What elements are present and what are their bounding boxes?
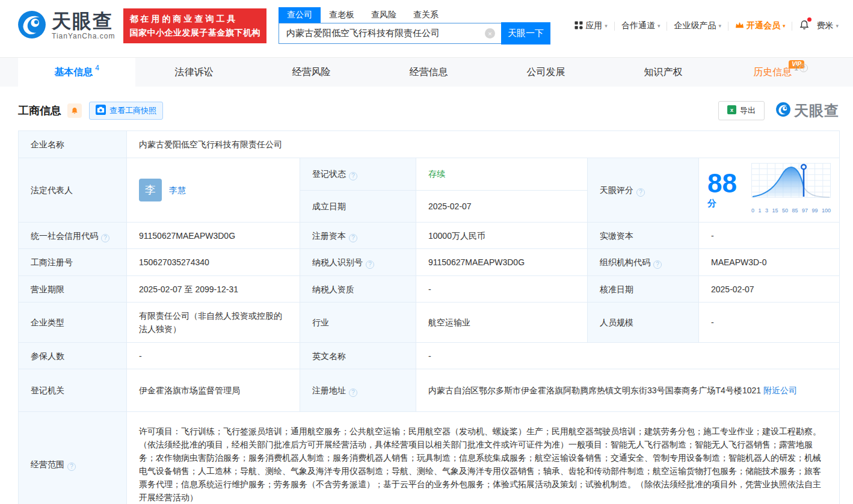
- table-row: 工商注册号 150627035274340 纳税人识别号? 91150627MA…: [19, 249, 840, 276]
- chevron-down-icon: ▾: [718, 23, 721, 29]
- logo-cn-text: 天眼查: [52, 11, 115, 31]
- industry-label: 行业: [300, 303, 416, 343]
- export-button-label: 导出: [740, 105, 756, 116]
- help-icon[interactable]: ?: [636, 188, 645, 197]
- nav-user[interactable]: 费米 ▾: [816, 20, 839, 31]
- insured-count-value: -: [127, 343, 300, 369]
- tab-legal[interactable]: 法律诉讼: [135, 58, 253, 87]
- search-area: 查公司 查老板 查风险 查关系 × 天眼一下: [279, 7, 550, 45]
- help-icon[interactable]: ?: [799, 64, 808, 72]
- company-name-value: 内蒙古爱阳低空飞行科技有限责任公司: [127, 131, 840, 158]
- tianyancha-logo[interactable]: 天眼查 TianYanCha.com: [17, 10, 115, 42]
- nearby-companies-link[interactable]: 附近公司: [763, 386, 797, 395]
- company-type-label: 企业类型: [19, 303, 127, 343]
- export-button[interactable]: x 导出: [718, 101, 765, 120]
- nav-divider: [728, 22, 728, 31]
- english-name-label: 英文名称: [300, 343, 416, 369]
- search-tab-company[interactable]: 查公司: [279, 7, 321, 23]
- nav-partner[interactable]: 合作通道 ▾: [621, 20, 661, 31]
- search-button[interactable]: 天眼一下: [501, 22, 550, 45]
- slogan-line2: 国家中小企业发展子基金旗下机构: [129, 26, 260, 40]
- reg-authority-value: 伊金霍洛旗市场监督管理局: [127, 369, 300, 412]
- logo-en-text: TianYanCha.com: [52, 32, 115, 40]
- tab-basic-info[interactable]: 基本信息 4: [18, 58, 135, 87]
- reg-address-value: 内蒙古自治区鄂尔多斯市伊金霍洛旗阿勒腾席热镇文明东街33号国泰商务广场T4号楼1…: [428, 386, 761, 395]
- help-icon[interactable]: ?: [366, 260, 374, 269]
- search-input[interactable]: [279, 23, 501, 44]
- table-row: 经营范围? 许可项目：飞行训练；飞行签派员培训；通用航空服务；公共航空运输；民用…: [19, 412, 840, 504]
- help-icon[interactable]: ?: [653, 260, 662, 269]
- help-icon[interactable]: ?: [67, 463, 76, 471]
- reg-capital-value: 10000万人民币: [416, 223, 588, 249]
- reg-status-label-text: 登记状态: [312, 169, 346, 179]
- slogan-line1: 都在用的商业查询工具: [129, 12, 260, 26]
- crown-icon: [735, 21, 744, 31]
- search-tab-risk[interactable]: 查风险: [363, 7, 405, 23]
- taxpayer-id-value: 91150627MAEAPW3D0G: [416, 249, 588, 276]
- score-value: 88: [707, 168, 737, 198]
- est-date-value: 2025-02-07: [416, 190, 588, 223]
- nav-divider: [792, 22, 792, 31]
- reg-status-value: 存续: [416, 158, 588, 191]
- company-name-label: 企业名称: [19, 131, 127, 158]
- legal-rep-link[interactable]: 李慧: [169, 183, 186, 197]
- score-label: 天眼评分?: [588, 158, 699, 223]
- tab-risk[interactable]: 经营风险: [253, 58, 370, 87]
- search-tab-boss[interactable]: 查老板: [321, 7, 363, 23]
- nav-open-vip[interactable]: 开通会员 ▾: [735, 20, 786, 31]
- reg-address-label: 注册地址?: [300, 369, 416, 412]
- score-label-text: 天眼评分: [600, 185, 633, 195]
- paid-capital-value: -: [699, 223, 840, 249]
- table-row: 企业名称 内蒙古爱阳低空飞行科技有限责任公司: [19, 131, 840, 158]
- help-icon[interactable]: ?: [349, 172, 357, 180]
- clear-search-icon[interactable]: ×: [485, 28, 495, 38]
- table-row: 统一社会信用代码? 91150627MAEAPW3D0G 注册资本? 10000…: [19, 223, 840, 249]
- excel-icon: x: [727, 105, 736, 116]
- search-type-tabs: 查公司 查老板 查风险 查关系: [279, 7, 550, 23]
- reg-capital-label: 注册资本?: [300, 223, 416, 249]
- chevron-down-icon: ▾: [657, 23, 661, 29]
- org-code-label: 组织机构代码?: [588, 249, 699, 276]
- snapshot-button[interactable]: 查看工商快照: [89, 102, 163, 120]
- monitor-bell-icon[interactable]: [67, 103, 82, 118]
- notification-bell-icon[interactable]: [799, 19, 810, 32]
- company-tabbar: 基本信息 4 法律诉讼 经营风险 经营信息 公司发展 知识产权 VIP 历史信息…: [0, 57, 853, 87]
- score-cell[interactable]: 88分: [699, 158, 840, 223]
- tab-operation-label: 经营信息: [410, 66, 448, 79]
- tab-operation[interactable]: 经营信息: [370, 58, 487, 87]
- business-info-table: 企业名称 内蒙古爱阳低空飞行科技有限责任公司 法定代表人 李 李慧 登记状态? …: [18, 131, 840, 504]
- section-title: 工商信息: [18, 103, 61, 118]
- status-badge: 存续: [428, 169, 445, 179]
- reg-address-cell: 内蒙古自治区鄂尔多斯市伊金霍洛旗阿勒腾席热镇文明东街33号国泰商务广场T4号楼1…: [416, 369, 840, 412]
- staff-size-label: 人员规模: [588, 303, 699, 343]
- score-axis: 0131550859799100: [751, 204, 831, 217]
- nav-open-vip-label: 开通会员: [747, 20, 780, 31]
- legal-rep-cell: 李 李慧: [127, 158, 300, 223]
- search-tab-relation[interactable]: 查关系: [405, 7, 447, 23]
- tab-history-label: 历史信息: [753, 66, 792, 79]
- business-scope-value: 许可项目：飞行训练；飞行签派员培训；通用航空服务；公共航空运输；民用航空器（发动…: [127, 412, 840, 504]
- credit-code-label: 统一社会信用代码?: [19, 223, 127, 249]
- nav-enterprise[interactable]: 企业级产品 ▾: [674, 20, 721, 31]
- tab-ip[interactable]: 知识产权: [605, 58, 722, 87]
- nav-apps[interactable]: 应用 ▾: [574, 20, 608, 31]
- help-icon[interactable]: ?: [101, 234, 109, 242]
- nav-enterprise-label: 企业级产品: [674, 20, 716, 31]
- nav-partner-label: 合作通道: [621, 20, 655, 31]
- help-icon[interactable]: ?: [349, 389, 357, 397]
- tab-risk-label: 经营风险: [292, 66, 331, 79]
- reg-number-label: 工商注册号: [19, 249, 127, 276]
- tab-history[interactable]: VIP 历史信息 1 ?: [722, 58, 839, 87]
- table-row: 企业类型 有限责任公司（非自然人投资或控股的法人独资） 行业 航空运输业 人员规…: [19, 303, 840, 343]
- help-icon[interactable]: ?: [349, 234, 357, 242]
- paid-capital-label: 实缴资本: [588, 223, 699, 249]
- chevron-down-icon: ▾: [836, 23, 839, 29]
- reg-number-value: 150627035274340: [127, 249, 300, 276]
- chevron-down-icon: ▾: [605, 23, 608, 29]
- legal-rep-label: 法定代表人: [19, 158, 127, 223]
- tab-development[interactable]: 公司发展: [487, 58, 605, 87]
- credit-code-value: 91150627MAEAPW3D0G: [127, 223, 300, 249]
- avatar[interactable]: 李: [139, 179, 162, 201]
- tab-history-count: 1: [794, 64, 798, 72]
- taxpayer-qualification-value: -: [416, 276, 588, 303]
